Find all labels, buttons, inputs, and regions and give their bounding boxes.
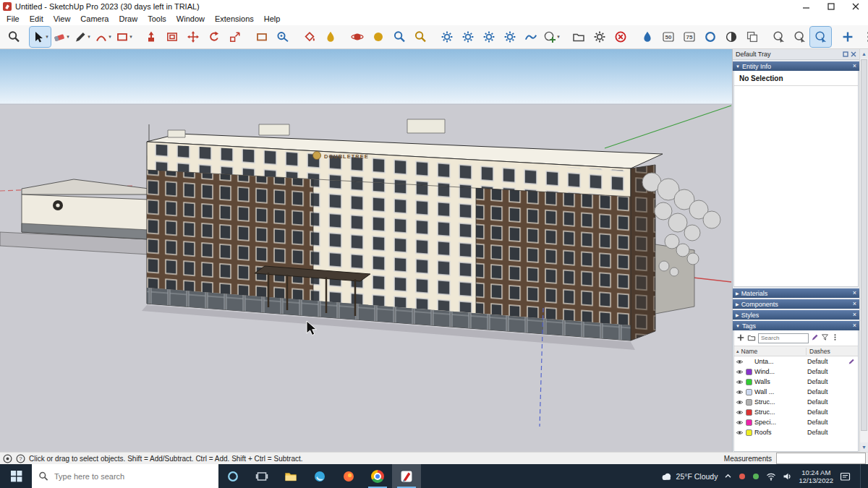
tags-column-header[interactable]: ▴Name Dashes (734, 346, 858, 356)
section-plane-tool[interactable] (251, 27, 272, 47)
close-button[interactable] (843, 0, 868, 13)
tape-measure-tool[interactable] (272, 27, 293, 47)
menu-help[interactable]: Help (259, 13, 286, 25)
zoom-select-tool[interactable] (3, 27, 24, 47)
ext-roundcorner-tool[interactable] (478, 27, 499, 47)
soap-skin-tool[interactable] (637, 27, 658, 47)
texture-tool[interactable] (320, 27, 341, 47)
notification-center-icon[interactable] (840, 471, 851, 481)
menu-camera[interactable]: Camera (75, 13, 114, 25)
panel-tags-header[interactable]: ▼ Tags × (733, 321, 859, 330)
open-folder-button[interactable] (568, 27, 589, 47)
dropdown-arrow-icon[interactable]: ▾ (129, 34, 132, 40)
tag-color-swatch[interactable] (746, 419, 752, 426)
round-corner-75-tool[interactable]: 75 (678, 27, 699, 47)
weld-tool[interactable] (520, 27, 541, 47)
tag-visibility-icon[interactable] (736, 419, 745, 427)
tag-color-swatch[interactable] (746, 399, 752, 406)
tag-visibility-icon[interactable] (736, 378, 745, 386)
tag-dashes[interactable]: Default (807, 358, 848, 365)
tag-row-walls[interactable]: WallsDefault (734, 377, 858, 387)
cursor-select-a-tool[interactable] (768, 27, 789, 47)
round-corner-50-tool[interactable]: 50 (658, 27, 678, 47)
clock[interactable]: 10:24 AM 12/13/2022 (799, 468, 833, 484)
add-tag-folder-icon[interactable] (747, 333, 756, 343)
arc-tool[interactable]: ▾ (93, 27, 114, 47)
taskbar-search-input[interactable] (53, 471, 218, 481)
tag-color-swatch[interactable] (746, 389, 752, 395)
taskbar-search[interactable] (32, 464, 218, 488)
firefox-button[interactable] (334, 464, 363, 488)
tags-details-icon[interactable] (831, 333, 839, 343)
eraser-tool[interactable]: ▾ (51, 27, 72, 47)
contrast-tool[interactable] (720, 27, 741, 47)
dropdown-arrow-icon[interactable]: ▾ (109, 34, 111, 40)
tag-dashes[interactable]: Default (807, 378, 848, 385)
panel-close-icon[interactable]: × (853, 290, 856, 296)
tag-color-swatch[interactable] (746, 379, 752, 385)
tag-color-swatch[interactable] (746, 429, 752, 436)
measurements-input[interactable] (776, 453, 866, 464)
tray-scrollbar[interactable]: ▲ ▼ (859, 49, 868, 452)
zoom-tool[interactable] (388, 27, 409, 47)
shape-tool[interactable]: ▾ (114, 27, 135, 47)
add-toolbar-button[interactable] (837, 27, 858, 47)
dropdown-arrow-icon[interactable]: ▾ (88, 34, 90, 40)
tag-visibility-icon[interactable] (736, 398, 745, 406)
task-view-button[interactable] (247, 464, 276, 488)
tag-dashes[interactable]: Default (807, 398, 848, 406)
orbit-tool[interactable] (346, 27, 367, 47)
scale-tool[interactable] (224, 27, 245, 47)
circle-ring-tool[interactable] (699, 27, 720, 47)
tags-filter-icon[interactable] (821, 333, 829, 343)
tag-visibility-icon[interactable] (736, 388, 745, 396)
menu-extensions[interactable]: Extensions (210, 13, 259, 25)
tag-visibility-icon[interactable] (736, 368, 745, 376)
tray-expand-caret-icon[interactable] (724, 472, 732, 480)
scrollbar-thumb[interactable] (861, 59, 867, 431)
paint-bucket-tool[interactable] (299, 27, 320, 47)
toolbar-overflow-button[interactable] (858, 27, 868, 47)
menu-draw[interactable]: Draw (114, 13, 142, 25)
tag-row-wind[interactable]: Wind...Default (734, 367, 858, 377)
maximize-button[interactable] (819, 0, 843, 13)
panel-close-icon[interactable]: × (853, 63, 856, 69)
panel-entity-info-header[interactable]: ▼ Entity Info × (733, 61, 859, 71)
edge-button[interactable] (305, 464, 334, 488)
minimize-button[interactable] (794, 0, 819, 13)
dropdown-arrow-icon[interactable]: ▾ (67, 34, 69, 40)
tags-search-input[interactable] (758, 333, 809, 343)
panel-materials-header[interactable]: ▶Materials× (733, 288, 859, 298)
zoom-extents-tool[interactable] (409, 27, 430, 47)
tag-row-struc[interactable]: Struc...Default (734, 407, 858, 417)
panel-close-icon[interactable]: × (853, 312, 856, 318)
cancel-operation-button[interactable] (610, 27, 631, 47)
tray-close-icon[interactable] (851, 51, 856, 57)
cortana-button[interactable] (218, 464, 247, 488)
tag-color-swatch[interactable] (746, 409, 752, 416)
tag-visibility-icon[interactable] (736, 408, 745, 416)
menu-view[interactable]: View (48, 13, 76, 25)
tray-app-green-icon[interactable] (752, 473, 760, 480)
panel-styles-header[interactable]: ▶Styles× (733, 310, 859, 320)
ext-fredoscale-tool[interactable] (457, 27, 478, 47)
tag-visibility-icon[interactable] (736, 358, 745, 366)
panel-close-icon[interactable]: × (853, 301, 856, 307)
active-extension-tool[interactable] (810, 27, 831, 47)
menu-edit[interactable]: Edit (25, 13, 48, 25)
layers-stack-tool[interactable] (741, 27, 762, 47)
push-pull-tool[interactable] (140, 27, 161, 47)
pan-tool[interactable] (367, 27, 388, 47)
tag-row-speci[interactable]: Speci...Default (734, 417, 858, 427)
tag-dashes[interactable]: Default (807, 408, 848, 416)
3d-viewport[interactable]: DOUBLETREE (0, 49, 732, 452)
scroll-down-icon[interactable]: ▼ (860, 442, 868, 452)
start-button[interactable] (0, 464, 32, 488)
tag-color-swatch[interactable] (746, 369, 752, 375)
file-explorer-button[interactable] (276, 464, 305, 488)
tag-row-unta[interactable]: Unta...Default (734, 356, 858, 367)
wifi-icon[interactable] (766, 472, 776, 481)
select-tool[interactable]: ▾ (30, 27, 51, 47)
dropdown-arrow-icon[interactable]: ▾ (557, 34, 560, 40)
tag-pencil-icon[interactable] (811, 333, 819, 343)
